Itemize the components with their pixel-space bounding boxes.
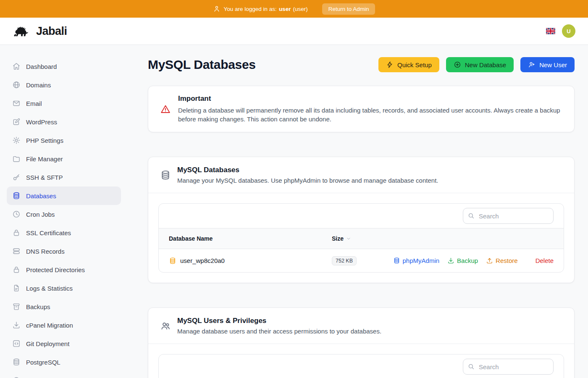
sidebar-item-ssh-sftp[interactable]: SSH & SFTP: [7, 168, 121, 186]
delete-link[interactable]: Delete: [526, 257, 554, 264]
sidebar-item-ssl-certificates[interactable]: SSL Certificates: [7, 223, 121, 242]
quick-setup-button[interactable]: Quick Setup: [378, 57, 439, 72]
database-icon: [12, 358, 21, 366]
search-icon: [467, 212, 475, 220]
download-icon: [447, 257, 454, 264]
sidebar-item-git-deployment[interactable]: Git Deployment: [7, 334, 121, 353]
sidebar-item-cpanel-migration[interactable]: cPanel Migration: [7, 316, 121, 334]
upload-icon: [486, 257, 493, 264]
backup-link[interactable]: Backup: [447, 257, 478, 264]
restore-link[interactable]: Restore: [486, 257, 518, 264]
new-user-button[interactable]: New User: [520, 57, 575, 72]
warning-body: Deleting a database will permanently rem…: [178, 106, 562, 123]
sidebar-item-label: Cron Jobs: [26, 211, 55, 218]
users-card-header-text: MySQL Users & Privileges Manage database…: [177, 317, 381, 335]
sidebar-item-label: Dashboard: [26, 63, 57, 70]
column-size-sort[interactable]: Size: [332, 235, 554, 242]
sidebar-item-backups[interactable]: Backups: [7, 297, 121, 316]
edit-icon: [12, 118, 21, 126]
circle-icon: [12, 376, 21, 378]
users-table: User Database Privileges: [158, 354, 564, 378]
sidebar-item-cron-jobs[interactable]: Cron Jobs: [7, 205, 121, 223]
page-header: MySQL Databases Quick Setup New Database…: [148, 57, 575, 72]
sidebar: Dashboard Domains Email WordPress PHP Se…: [0, 45, 128, 378]
users-card-title: MySQL Users & Privileges: [177, 317, 381, 325]
avatar[interactable]: U: [562, 24, 575, 38]
sidebar-item-label: Domains: [26, 81, 51, 89]
sidebar-item-php-settings[interactable]: PHP Settings: [7, 131, 121, 150]
databases-table: Database Name Size user_wp8c20a0 752 KB: [158, 203, 564, 273]
users-search-input[interactable]: [463, 359, 554, 375]
mysql-users-card: MySQL Users & Privileges Manage database…: [148, 307, 575, 378]
sidebar-item-label: SSL Certificates: [26, 229, 71, 236]
delete-label: Delete: [536, 257, 554, 264]
chevron-down-icon: [346, 236, 352, 242]
sidebar-item-label: Backups: [26, 303, 50, 310]
warning-triangle-icon: [160, 104, 171, 115]
sidebar-item-dashboard[interactable]: Dashboard: [7, 57, 121, 76]
backup-label: Backup: [457, 257, 478, 264]
folder-icon: [12, 155, 21, 163]
header-right: U: [546, 24, 575, 38]
sidebar-item-domains[interactable]: Domains: [7, 76, 121, 94]
archive-box-icon: [12, 302, 21, 311]
sidebar-item-databases[interactable]: Databases: [7, 186, 121, 205]
new-database-button[interactable]: New Database: [446, 57, 514, 72]
users-table-toolbar: [159, 354, 564, 378]
databases-card-description: Manage your MySQL databases. Use phpMyAd…: [177, 177, 438, 184]
new-user-label: New User: [539, 61, 567, 68]
databases-table-toolbar: [159, 204, 564, 228]
important-warning-card: Important Deleting a database will perma…: [148, 86, 575, 132]
restore-label: Restore: [496, 257, 518, 264]
page-actions: Quick Setup New Database New User: [378, 57, 575, 72]
sidebar-item-logs-statistics[interactable]: Logs & Statistics: [7, 279, 121, 297]
database-name-cell: user_wp8c20a0: [169, 257, 332, 265]
download-icon: [12, 321, 21, 329]
sidebar-item-partial[interactable]: [7, 371, 121, 378]
trash-icon: [526, 257, 533, 264]
new-database-label: New Database: [465, 61, 506, 68]
lock-icon: [12, 265, 21, 274]
sidebar-item-postgresql[interactable]: PostgreSQL: [7, 353, 121, 371]
sidebar-item-label: SSH & SFTP: [26, 174, 63, 181]
sidebar-item-protected-directories[interactable]: Protected Directories: [7, 260, 121, 279]
databases-card-header: MySQL Databases Manage your MySQL databa…: [148, 157, 574, 193]
users-card-header: MySQL Users & Privileges Manage database…: [148, 308, 574, 344]
gear-icon: [12, 136, 21, 144]
phpmyadmin-link[interactable]: phpMyAdmin: [393, 257, 440, 264]
databases-table-header: Database Name Size: [159, 228, 564, 249]
database-row-actions: phpMyAdmin Backup Restore: [393, 257, 554, 264]
key-icon: [12, 173, 21, 181]
sidebar-item-file-manager[interactable]: File Manager: [7, 150, 121, 168]
databases-card-body: Database Name Size user_wp8c20a0 752 KB: [148, 193, 574, 283]
sidebar-item-label: Protected Directories: [26, 266, 85, 273]
sidebar-item-email[interactable]: Email: [7, 94, 121, 113]
sidebar-item-label: Databases: [26, 192, 56, 200]
sidebar-item-label: File Manager: [26, 155, 63, 163]
language-flag-icon[interactable]: [546, 28, 555, 34]
brand-name: Jabali: [36, 25, 67, 38]
database-icon: [393, 257, 400, 264]
warning-text-block: Important Deleting a database will perma…: [178, 94, 562, 123]
lock-icon: [12, 228, 21, 237]
boar-logo-icon: [13, 24, 32, 39]
lightning-icon: [386, 61, 394, 68]
plus-circle-icon: [454, 61, 461, 68]
home-icon: [12, 62, 21, 71]
sidebar-item-label: cPanel Migration: [26, 322, 73, 329]
warning-title: Important: [178, 94, 562, 103]
user-plus-icon: [528, 61, 536, 68]
database-icon: [12, 192, 21, 200]
logged-in-role: (user): [293, 6, 307, 12]
sidebar-item-label: PostgreSQL: [26, 359, 60, 366]
sidebar-item-wordpress[interactable]: WordPress: [7, 113, 121, 131]
sidebar-item-dns-records[interactable]: DNS Records: [7, 242, 121, 260]
sidebar-item-label: DNS Records: [26, 248, 65, 255]
logged-in-prefix: You are logged in as:: [224, 6, 277, 12]
databases-search-input[interactable]: [463, 208, 554, 224]
server-icon: [12, 247, 21, 255]
search-icon: [467, 363, 475, 370]
users-card-description: Manage database users and their access p…: [177, 328, 381, 335]
return-to-admin-button[interactable]: Return to Admin: [322, 3, 375, 15]
databases-search: [463, 208, 554, 224]
